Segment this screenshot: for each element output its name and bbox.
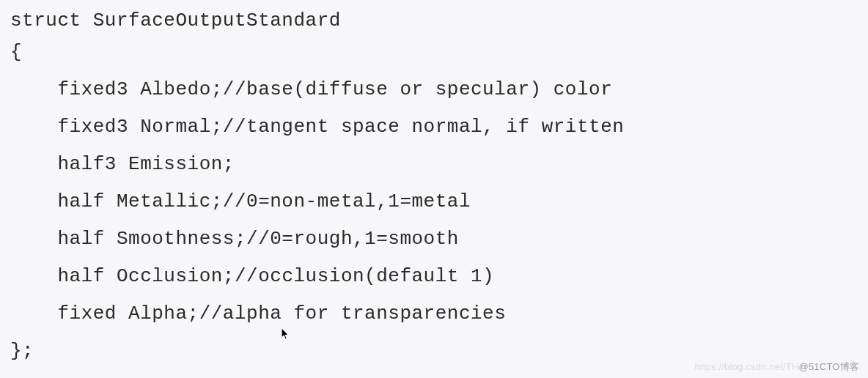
code-line-member: fixed Alpha;//alpha for transparencies bbox=[10, 303, 506, 325]
watermark-strong-text: @51CTO博客 bbox=[799, 361, 859, 372]
watermark-faint-text: https://blog.csdn.net/TH bbox=[694, 361, 798, 372]
code-line-member: fixed3 Normal;//tangent space normal, if… bbox=[10, 116, 624, 138]
code-line-close-brace: }; bbox=[10, 340, 34, 362]
code-line-member: half Metallic;//0=non-metal,1=metal bbox=[10, 190, 471, 212]
code-block: struct SurfaceOutputStandard{ fixed3 Alb… bbox=[0, 0, 868, 370]
watermark: https://blog.csdn.net/TH@51CTO博客 bbox=[694, 360, 859, 374]
code-line-declaration: struct SurfaceOutputStandard bbox=[10, 0, 868, 34]
code-line-member: half Occlusion;//occlusion(default 1) bbox=[10, 265, 494, 287]
code-line-member: half Smoothness;//0=rough,1=smooth bbox=[10, 228, 459, 250]
code-line-open-brace: { bbox=[10, 41, 22, 63]
code-line-member: half3 Emission; bbox=[10, 153, 235, 175]
code-line-member: fixed3 Albedo;//base(diffuse or specular… bbox=[10, 78, 612, 100]
